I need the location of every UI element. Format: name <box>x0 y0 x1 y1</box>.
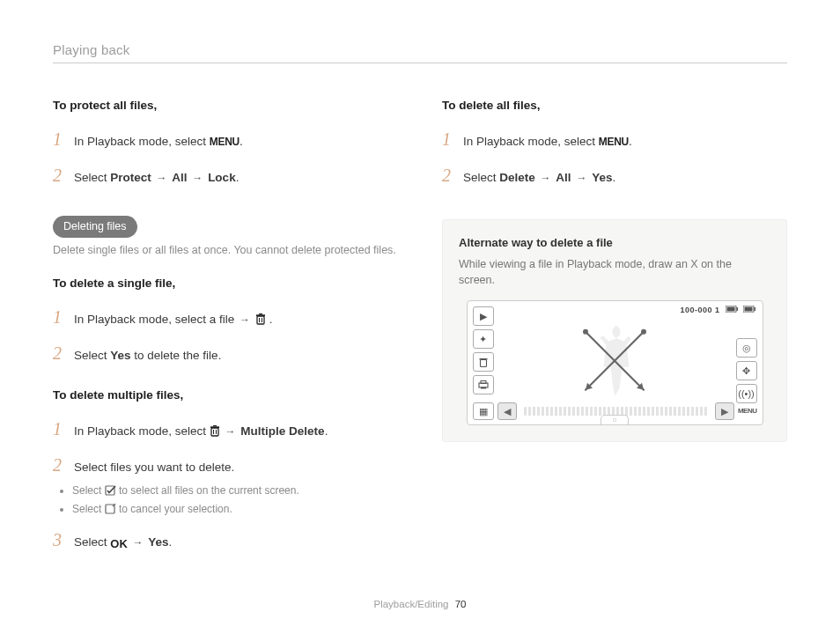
step-number: 1 <box>53 304 65 331</box>
step-number: 1 <box>442 126 454 153</box>
svg-point-28 <box>583 329 588 335</box>
step-text-pre: Select <box>463 171 499 184</box>
svg-rect-14 <box>736 307 738 311</box>
multi-bullets: Select to select all files on the curren… <box>72 483 398 518</box>
print-icon <box>473 375 494 394</box>
note-box: Alternate way to delete a file While vie… <box>442 219 787 442</box>
step-number: 1 <box>53 126 65 153</box>
next-icon: ▶ <box>715 402 734 420</box>
step-text-post: . <box>629 135 632 148</box>
status-bar: 100-000 1 <box>680 305 755 317</box>
svg-rect-3 <box>256 314 265 316</box>
bold-word: Lock <box>208 171 236 184</box>
bullet-pre: Select <box>72 503 105 515</box>
right-column: To delete all files, 1 In Playback mode,… <box>442 90 787 563</box>
section-desc: Delete single files or all files at once… <box>53 243 398 259</box>
list-item: Select to select all files on the curren… <box>72 483 398 499</box>
delete-all-step-2: 2 Select Delete → All → Yes. <box>442 162 787 189</box>
camera-screen-illustration: 100-000 1 ▶ ✦ <box>467 300 763 425</box>
step-number: 1 <box>53 416 65 443</box>
step-text-pre: In Playback mode, select <box>463 135 599 148</box>
multi-step-1: 1 In Playback mode, select → Multiple De… <box>53 416 398 443</box>
select-all-icon <box>105 484 119 497</box>
menu-icon: MENU <box>210 134 239 151</box>
home-tab-icon: ⌂ <box>601 415 629 424</box>
step-text-pre: Select <box>74 171 110 184</box>
delete-all-step-1: 1 In Playback mode, select MENU. <box>442 126 787 153</box>
effects-icon: ✦ <box>473 329 494 349</box>
arrow-icon: → <box>574 172 588 184</box>
arrow-icon: → <box>190 172 204 184</box>
grid-icon: ▦ <box>473 402 494 420</box>
step-number: 3 <box>53 527 65 554</box>
bold-word: Yes <box>148 535 168 549</box>
left-toolbar: ▶ ✦ <box>473 306 494 394</box>
note-body: While viewing a file in Playback mode, d… <box>459 257 770 288</box>
step-text-post: . <box>239 135 243 148</box>
step-text-post: . <box>269 313 273 326</box>
delete-single-head: To delete a single file, <box>53 275 398 293</box>
section-pill: Deleting files <box>53 216 137 238</box>
bold-word: All <box>556 171 571 184</box>
menu-label: MENU <box>738 406 757 417</box>
svg-rect-4 <box>259 313 262 314</box>
wifi-icon: ((•)) <box>736 384 757 403</box>
step-number: 2 <box>53 452 65 479</box>
battery-icon <box>743 305 755 317</box>
draw-x-gesture-icon <box>566 313 663 409</box>
bold-word: Yes <box>110 349 130 362</box>
left-column: To protect all files, 1 In Playback mode… <box>53 90 398 563</box>
svg-rect-22 <box>481 381 486 384</box>
bold-word: Yes <box>592 171 612 184</box>
step-text-pre: In Playback mode, select <box>74 424 210 438</box>
arrow-icon: → <box>224 425 238 438</box>
bold-word: Delete <box>499 171 535 184</box>
arrow-icon: → <box>131 536 145 549</box>
bullet-pre: Select <box>72 484 105 497</box>
play-icon: ▶ <box>473 306 494 326</box>
step-number: 2 <box>53 340 65 367</box>
arrow-icon: → <box>238 313 252 326</box>
single-step-1: 1 In Playback mode, select a file → . <box>53 304 398 331</box>
svg-rect-10 <box>106 486 114 495</box>
step-text-post: . <box>236 171 239 184</box>
step-text: Select files you want to delete. <box>74 459 398 477</box>
step-number: 2 <box>53 162 65 189</box>
center-gesture <box>566 313 663 409</box>
protect-step-2: 2 Select Protect → All → Lock. <box>53 162 398 189</box>
protect-step-1: 1 In Playback mode, select MENU. <box>53 126 398 153</box>
page-number: 70 <box>455 599 467 609</box>
svg-rect-23 <box>481 387 486 389</box>
step-text-post: . <box>325 424 328 438</box>
ok-icon: OK <box>110 537 128 550</box>
step-number: 2 <box>442 162 454 189</box>
trash-icon <box>210 424 224 438</box>
bold-word: Multiple Delete <box>240 424 324 438</box>
multi-step-3: 3 Select OK → Yes. <box>53 527 398 554</box>
trash-icon <box>473 352 494 372</box>
svg-rect-8 <box>210 426 219 428</box>
footer-section: Playback/Editing <box>373 599 448 609</box>
svg-rect-18 <box>744 307 752 312</box>
svg-rect-17 <box>754 307 755 311</box>
arrow-icon: → <box>155 172 169 184</box>
step-text-post: . <box>612 171 615 184</box>
svg-rect-5 <box>211 428 218 436</box>
step-text-pre: In Playback mode, select <box>74 135 210 148</box>
step-text-post: to delete the file. <box>131 349 222 362</box>
arrow-icon: → <box>539 172 553 184</box>
target-icon: ✥ <box>736 361 757 380</box>
bullet-post: to select all files on the current scree… <box>119 484 299 497</box>
section-header: Playing back <box>53 42 787 63</box>
page-footer: Playback/Editing 70 <box>0 599 840 609</box>
disc-icon: ◎ <box>736 338 757 358</box>
cancel-select-icon <box>105 503 119 515</box>
svg-rect-19 <box>480 359 486 366</box>
battery-icon <box>726 305 738 317</box>
single-step-2: 2 Select Yes to delete the file. <box>53 340 398 367</box>
multi-step-2: 2 Select files you want to delete. <box>53 452 398 479</box>
status-code: 100-000 1 <box>680 305 719 317</box>
svg-rect-20 <box>479 358 487 360</box>
list-item: Select to cancel your selection. <box>72 501 398 518</box>
delete-multi-head: To delete multiple files, <box>53 387 398 405</box>
